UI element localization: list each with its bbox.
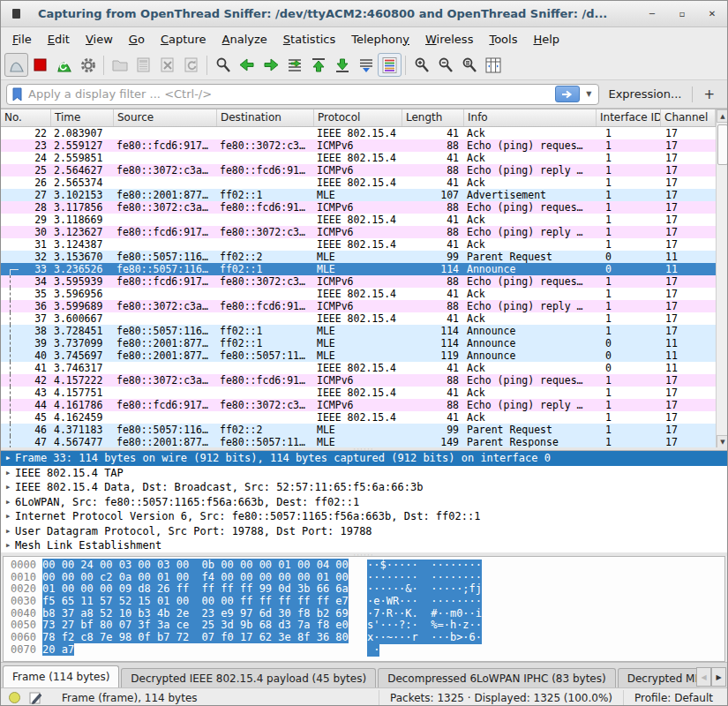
hex-bytes[interactable]: 20 a7 bbox=[42, 643, 74, 656]
expand-arrow-icon[interactable]: ▶ bbox=[1, 495, 15, 510]
hex-ascii[interactable]: ··$····· ········ bbox=[367, 560, 482, 572]
capture-comment-icon[interactable] bbox=[29, 691, 42, 704]
hex-line-0060[interactable]: 006078 f2 c8 7e 98 0f b7 72 07 f0 17 62 … bbox=[4, 632, 724, 644]
detail-line-1[interactable]: ▶IEEE 802.15.4 TAP bbox=[1, 466, 728, 481]
column-header-interface-id[interactable]: Interface ID bbox=[597, 109, 661, 126]
expand-arrow-icon[interactable]: ▶ bbox=[1, 524, 15, 539]
hex-line-0030[interactable]: 0030f5 65 11 57 52 15 01 00 00 00 ff ff … bbox=[4, 596, 724, 608]
hex-line-0020[interactable]: 002001 00 00 00 09 d8 26 ff ff ff ff 99 … bbox=[4, 583, 724, 596]
packet-row-39[interactable]: 393.737099fe80::2001:877…ff02::1MLE114An… bbox=[1, 337, 716, 349]
packet-row-23[interactable]: 232.559127fe80::fcd6:917…fe80::3072:c3…I… bbox=[1, 139, 716, 152]
expand-arrow-icon[interactable]: ▶ bbox=[1, 480, 15, 495]
packet-row-30[interactable]: 303.123627fe80::fcd6:917…fe80::3072:c3…I… bbox=[1, 226, 716, 238]
packet-row-27[interactable]: 273.102153fe80::2001:877…ff02::1MLE107Ad… bbox=[1, 189, 716, 201]
column-header-time[interactable]: Time bbox=[51, 109, 114, 126]
go-to-packet-button[interactable] bbox=[282, 53, 306, 77]
expand-arrow-icon[interactable]: ▶ bbox=[1, 538, 15, 552]
column-header-length[interactable]: Length bbox=[402, 109, 464, 126]
apply-filter-button[interactable] bbox=[555, 86, 580, 102]
packet-row-40[interactable]: 403.745697fe80::2001:877…fe80::5057:11…M… bbox=[1, 349, 716, 362]
go-to-top-button[interactable] bbox=[306, 53, 330, 77]
menu-help[interactable]: Help bbox=[525, 30, 567, 49]
hex-bytes[interactable]: f5 65 11 57 52 15 01 00 00 00 ff ff ff f… bbox=[42, 595, 349, 607]
packet-row-45[interactable]: 454.162459IEEE 802.15.441Ack117 bbox=[1, 411, 716, 424]
hex-bytes[interactable]: 00 00 00 c2 0a 00 01 00 f4 00 00 00 00 0… bbox=[42, 571, 349, 583]
menu-statistics[interactable]: Statistics bbox=[275, 30, 343, 49]
zoom-out-button[interactable] bbox=[433, 53, 457, 77]
column-header-info[interactable]: Info bbox=[464, 109, 597, 126]
hex-bytes[interactable]: 73 27 bf 80 07 3f 3a ce 25 3d 9b 68 d3 7… bbox=[42, 619, 349, 631]
packet-row-24[interactable]: 242.559851IEEE 802.15.441Ack117 bbox=[1, 152, 716, 164]
scrollbar-thumb[interactable] bbox=[717, 124, 728, 165]
hex-ascii[interactable]: ········ ········ bbox=[367, 572, 482, 584]
hex-bytes[interactable]: 78 f2 c8 7e 98 0f b7 72 07 f0 17 62 3e 8… bbox=[42, 631, 349, 643]
packet-row-36[interactable]: 363.599689fe80::3072:c3a…fe80::fcd6:91…I… bbox=[1, 300, 716, 312]
hex-line-0010[interactable]: 001000 00 00 c2 0a 00 01 00 f4 00 00 00 … bbox=[4, 572, 724, 584]
packet-row-37[interactable]: 373.600667IEEE 802.15.441Ack117 bbox=[1, 312, 716, 325]
go-back-button[interactable] bbox=[235, 53, 259, 77]
packet-row-43[interactable]: 434.157751IEEE 802.15.441Ack117 bbox=[1, 387, 716, 399]
expand-arrow-icon[interactable]: ▶ bbox=[1, 509, 15, 524]
stop-capture-button[interactable] bbox=[28, 53, 52, 77]
start-capture-button[interactable] bbox=[4, 53, 28, 77]
hex-ascii[interactable]: s'···?:· %=·h·z·· bbox=[367, 620, 482, 632]
scrollbar-up-arrow[interactable]: ▲ bbox=[717, 109, 728, 123]
byte-view-tab-1[interactable]: Decrypted IEEE 802.15.4 payload (45 byte… bbox=[121, 668, 376, 687]
menu-tools[interactable]: Tools bbox=[481, 30, 525, 49]
hex-line-0050[interactable]: 005073 27 bf 80 07 3f 3a ce 25 3d 9b 68 … bbox=[4, 620, 724, 632]
column-header-protocol[interactable]: Protocol bbox=[314, 109, 402, 126]
add-filter-button[interactable]: + bbox=[696, 86, 722, 102]
capture-options-button[interactable] bbox=[76, 53, 100, 77]
hex-bytes[interactable]: 01 00 00 00 09 d8 26 ff ff ff ff 99 0d 3… bbox=[42, 582, 349, 595]
menu-go[interactable]: Go bbox=[121, 30, 153, 49]
column-header-no[interactable]: No. bbox=[1, 109, 51, 126]
go-to-bottom-button[interactable] bbox=[330, 53, 354, 77]
menu-wireless[interactable]: Wireless bbox=[417, 30, 481, 49]
hex-line-0000[interactable]: 000000 00 24 00 03 00 03 00 0b 00 00 00 … bbox=[4, 560, 724, 572]
byte-view-tab-2[interactable]: Decompressed 6LoWPAN IPHC (83 bytes) bbox=[378, 668, 616, 687]
packet-row-26[interactable]: 262.565374IEEE 802.15.441Ack117 bbox=[1, 176, 716, 189]
packet-row-25[interactable]: 252.564627fe80::3072:c3a…fe80::fcd6:91…I… bbox=[1, 164, 716, 176]
menu-file[interactable]: File bbox=[4, 30, 40, 49]
packet-row-29[interactable]: 293.118669IEEE 802.15.441Ack117 bbox=[1, 214, 716, 226]
packet-row-41[interactable]: 413.746317IEEE 802.15.441Ack011 bbox=[1, 362, 716, 374]
packet-row-42[interactable]: 424.157222fe80::3072:c3a…fe80::fcd6:91…I… bbox=[1, 374, 716, 387]
hex-ascii[interactable]: ·7·R··K. #··m0··i bbox=[367, 608, 482, 620]
packet-row-44[interactable]: 444.161786fe80::fcd6:917…fe80::3072:c3…I… bbox=[1, 399, 716, 411]
zoom-in-button[interactable] bbox=[409, 53, 433, 77]
menu-view[interactable]: View bbox=[78, 30, 121, 49]
maximize-button[interactable]: ▫ bbox=[667, 2, 697, 26]
tab-scroll-left-button[interactable]: ◀ bbox=[696, 667, 711, 687]
packet-row-34[interactable]: 343.595939fe80::fcd6:917…fe80::3072:c3…I… bbox=[1, 275, 716, 288]
colorize-packets-button[interactable] bbox=[378, 53, 402, 77]
restart-capture-button[interactable] bbox=[52, 53, 76, 77]
byte-view-tab-0[interactable]: Frame (114 bytes) bbox=[3, 665, 119, 687]
packet-row-32[interactable]: 323.153670fe80::5057:116…ff02::2MLE99Par… bbox=[1, 251, 716, 263]
detail-line-0[interactable]: ▶Frame 33: 114 bytes on wire (912 bits),… bbox=[1, 451, 728, 466]
minimize-button[interactable]: − bbox=[637, 2, 667, 26]
detail-line-2[interactable]: ▶IEEE 802.15.4 Data, Dst: Broadcast, Src… bbox=[1, 480, 728, 495]
expression-button[interactable]: Expression... bbox=[608, 87, 681, 101]
packet-row-35[interactable]: 353.596956IEEE 802.15.441Ack117 bbox=[1, 288, 716, 300]
menu-edit[interactable]: Edit bbox=[40, 30, 78, 49]
byte-view-tab-3[interactable]: Decrypted MLE payload (58 bytes) bbox=[618, 668, 700, 687]
detail-line-5[interactable]: ▶User Datagram Protocol, Src Port: 19788… bbox=[1, 524, 728, 539]
packet-row-28[interactable]: 283.117856fe80::3072:c3a…fe80::fcd6:91…I… bbox=[1, 201, 716, 214]
hex-ascii[interactable]: ·e·WR··· ········ bbox=[367, 596, 482, 608]
auto-scroll-button[interactable] bbox=[354, 53, 378, 77]
expand-arrow-icon[interactable]: ▶ bbox=[1, 466, 15, 481]
expert-info-icon[interactable] bbox=[9, 692, 20, 703]
menu-analyze[interactable]: Analyze bbox=[214, 30, 275, 49]
packet-row-33[interactable]: 333.236526fe80::5057:116…ff02::1MLE114An… bbox=[1, 263, 716, 275]
zoom-reset-button[interactable] bbox=[457, 53, 481, 77]
status-profile[interactable]: Profile: Default bbox=[623, 690, 724, 706]
open-file-button[interactable] bbox=[108, 53, 131, 77]
hex-bytes[interactable]: 00 00 24 00 03 00 03 00 0b 00 00 00 01 0… bbox=[42, 559, 349, 571]
save-file-button[interactable] bbox=[131, 53, 155, 77]
scrollbar-down-arrow[interactable]: ▼ bbox=[717, 435, 728, 448]
packet-row-46[interactable]: 464.371183fe80::5057:116…ff02::2MLE99Par… bbox=[1, 424, 716, 436]
display-filter-input[interactable]: Apply a display filter ... <Ctrl-/> ▼ bbox=[6, 84, 599, 105]
detail-line-3[interactable]: ▶6LoWPAN, Src: fe80::5057:1165:f56a:663b… bbox=[1, 495, 728, 510]
hex-line-0040[interactable]: 0040b8 37 a8 52 10 b3 4b 2e 23 e9 97 6d … bbox=[4, 608, 724, 620]
go-forward-button[interactable] bbox=[259, 53, 282, 77]
